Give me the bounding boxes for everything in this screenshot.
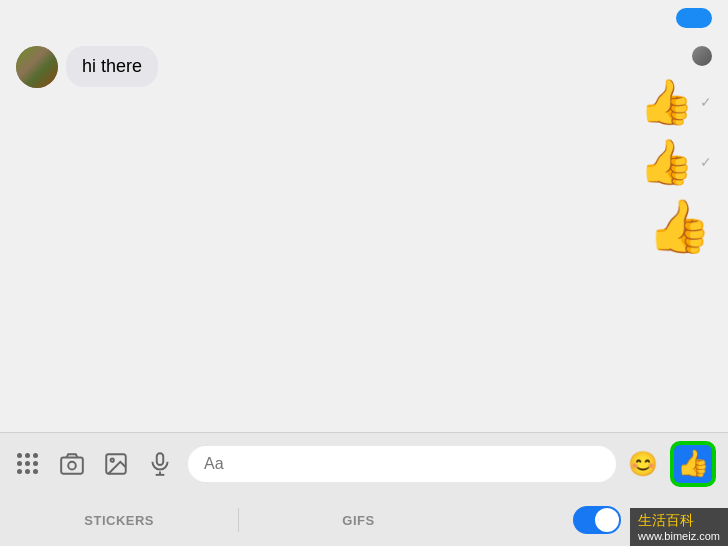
toggle-knob bbox=[595, 508, 619, 532]
thumbs-up-reactions: 👍 ✓ 👍 ✓ 👍 bbox=[639, 76, 712, 257]
delivered-check-2: ✓ bbox=[700, 154, 712, 170]
message-input[interactable] bbox=[188, 446, 616, 482]
tab-stickers[interactable]: STICKERS bbox=[0, 507, 238, 534]
like-send-button[interactable]: 👍 bbox=[670, 441, 716, 487]
top-message-bubble bbox=[676, 8, 712, 28]
apps-button[interactable] bbox=[12, 448, 44, 480]
sender-avatar bbox=[16, 46, 58, 88]
gallery-icon bbox=[103, 451, 129, 477]
thumbs-up-icon-3: 👍 bbox=[647, 196, 712, 257]
messages-area: hi there 👍 ✓ 👍 ✓ 👍 bbox=[0, 36, 728, 432]
emoji-button[interactable]: 😊 bbox=[628, 450, 658, 478]
chat-container: hi there 👍 ✓ 👍 ✓ 👍 bbox=[0, 0, 728, 546]
toggle-switch[interactable] bbox=[573, 506, 621, 534]
tab-gifs[interactable]: GIFS bbox=[239, 507, 477, 534]
thumb-reaction-1: 👍 ✓ bbox=[639, 76, 712, 128]
svg-rect-0 bbox=[61, 457, 83, 473]
incoming-message-row: hi there bbox=[16, 46, 712, 88]
delivered-check-1: ✓ bbox=[700, 94, 712, 110]
microphone-icon bbox=[147, 451, 173, 477]
like-send-icon: 👍 bbox=[677, 448, 709, 479]
message-text: hi there bbox=[82, 56, 142, 76]
avatar-image bbox=[16, 46, 58, 88]
watermark: 生活百科 www.bimeiz.com bbox=[630, 508, 728, 546]
gallery-button[interactable] bbox=[100, 448, 132, 480]
grid-dots-icon bbox=[17, 453, 39, 475]
thumb-reaction-2: 👍 ✓ bbox=[639, 136, 712, 188]
svg-rect-4 bbox=[157, 453, 164, 465]
svg-point-3 bbox=[111, 458, 114, 461]
watermark-url: www.bimeiz.com bbox=[638, 530, 720, 542]
svg-point-1 bbox=[68, 461, 76, 469]
thumb-reaction-3: 👍 bbox=[647, 196, 712, 257]
top-partial-area bbox=[0, 0, 728, 36]
emoji-icon: 😊 bbox=[628, 450, 658, 478]
bottom-tab-bar: STICKERS GIFS bbox=[0, 494, 728, 546]
message-toolbar: 😊 👍 bbox=[0, 432, 728, 494]
message-bubble-hi-there: hi there bbox=[66, 46, 158, 87]
camera-button[interactable] bbox=[56, 448, 88, 480]
camera-icon bbox=[59, 451, 85, 477]
microphone-button[interactable] bbox=[144, 448, 176, 480]
own-avatar-small bbox=[692, 46, 712, 66]
tab-stickers-label: STICKERS bbox=[84, 513, 154, 528]
thumbs-up-icon-2: 👍 bbox=[639, 136, 694, 188]
tab-gifs-label: GIFS bbox=[342, 513, 374, 528]
watermark-cn-text: 生活百科 bbox=[638, 512, 720, 530]
thumbs-up-icon-1: 👍 bbox=[639, 76, 694, 128]
